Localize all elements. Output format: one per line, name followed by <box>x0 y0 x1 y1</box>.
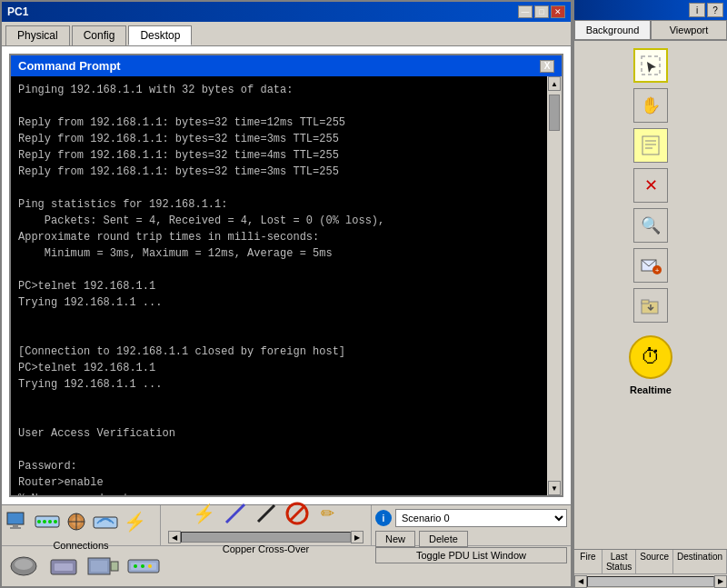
envelope-tool[interactable]: + <box>633 248 668 283</box>
svg-point-7 <box>54 520 57 523</box>
scenario-buttons: New Delete <box>375 531 567 547</box>
pc1-tabs: Physical Config Desktop <box>2 22 571 46</box>
cmd-close-button[interactable]: X <box>540 60 554 73</box>
header-fire: Fire <box>574 550 603 573</box>
cmd-line-10: Approximate round trip times in milli-se… <box>18 229 540 245</box>
right-title-bar: i ? <box>574 0 727 20</box>
svg-point-28 <box>148 564 152 568</box>
toolbar-top: ⚡ Connections ⚡ <box>2 505 571 546</box>
hand-tool[interactable]: ✋ <box>633 88 668 123</box>
cable-icon-lightning[interactable]: ⚡ <box>191 500 218 527</box>
svg-point-6 <box>48 520 52 523</box>
cmd-line-18: PC>telnet 192.168.1.1 <box>18 360 540 376</box>
cable-icon-pencil[interactable]: ✏ <box>314 500 342 527</box>
scroll-down-button[interactable]: ▼ <box>548 481 561 495</box>
note-tool[interactable] <box>633 128 668 163</box>
wireless-icon[interactable] <box>93 509 118 534</box>
tab-desktop[interactable]: Desktop <box>128 25 192 45</box>
select-tool-row <box>633 48 668 83</box>
pc-icon-svg <box>6 512 30 532</box>
new-button[interactable]: New <box>375 531 415 547</box>
cmd-line-14: Trying 192.168.1.1 ... <box>18 294 540 311</box>
right-panel: i ? Background Viewport ✋ <box>573 0 727 588</box>
tab-physical[interactable]: Physical <box>5 25 70 45</box>
folder-tool[interactable] <box>633 288 668 323</box>
pc1-title-bar: PC1 — □ ✕ <box>2 2 571 22</box>
delete-button[interactable]: Delete <box>419 531 468 547</box>
hand-tool-row: ✋ <box>633 88 668 123</box>
help-button[interactable]: ? <box>707 3 723 17</box>
scroll-track-h[interactable] <box>181 532 351 543</box>
command-prompt-window: Command Prompt X Pinging 192.168.1.1 wit… <box>9 54 563 497</box>
router-icon-svg <box>65 512 88 532</box>
svg-line-13 <box>226 504 244 523</box>
lightning-icon[interactable]: ⚡ <box>122 509 147 534</box>
desktop-content: Command Prompt X Pinging 192.168.1.1 wit… <box>2 46 571 504</box>
device-icon-4[interactable] <box>125 551 162 583</box>
device-svg-3 <box>86 553 121 580</box>
cmd-line-13: PC>telnet 192.168.1.1 <box>18 278 540 294</box>
bottom-scroll-left[interactable]: ◀ <box>574 575 587 588</box>
select-tool[interactable] <box>633 48 668 83</box>
device-icon-3[interactable] <box>85 551 122 583</box>
title-bar-buttons: — □ ✕ <box>518 5 565 18</box>
cmd-line-22: User Access Verification <box>18 425 540 442</box>
svg-rect-2 <box>10 527 21 529</box>
cmd-line-23 <box>18 442 540 458</box>
cmd-line-16 <box>18 327 540 344</box>
cmd-line-26: % No password set <box>18 491 540 495</box>
tab-viewport[interactable]: Viewport <box>651 20 727 40</box>
cmd-line-7 <box>18 180 540 196</box>
scroll-right-button[interactable]: ▶ <box>351 531 364 543</box>
cable-straight-icon <box>254 502 278 525</box>
minimize-button[interactable]: — <box>518 5 533 18</box>
router-icon[interactable] <box>64 509 89 534</box>
tab-config[interactable]: Config <box>72 25 127 45</box>
tab-background[interactable]: Background <box>574 20 651 40</box>
cable-icon-diagonal[interactable] <box>222 500 249 527</box>
bottom-scroll-track[interactable] <box>587 576 714 587</box>
envelope-tool-row: + <box>633 248 668 283</box>
info-button[interactable]: i <box>689 3 705 17</box>
cable-icon-straight[interactable] <box>253 500 280 527</box>
folder-icon <box>640 295 662 315</box>
cmd-line-19: Trying 192.168.1.1 ... <box>18 376 540 393</box>
bottom-scroll-right[interactable]: ▶ <box>714 575 727 588</box>
scroll-up-button[interactable]: ▲ <box>548 76 561 91</box>
svg-rect-23 <box>111 562 118 571</box>
pencil-icon: ✏ <box>321 503 334 523</box>
svg-line-16 <box>290 506 304 521</box>
svg-rect-38 <box>642 300 649 304</box>
pc1-title: PC1 <box>7 5 28 18</box>
svg-rect-30 <box>642 136 659 154</box>
cmd-line-12 <box>18 262 540 278</box>
realtime-clock[interactable]: ⏱ <box>629 335 672 379</box>
cmd-line-6: Reply from 192.168.1.1: bytes=32 time=3m… <box>18 164 540 180</box>
cable-icon-no[interactable] <box>284 500 311 527</box>
header-source: Source <box>636 550 673 573</box>
toolbar-icons: ⚡ <box>2 505 161 538</box>
bottom-scrollbar: ◀ ▶ <box>574 573 727 588</box>
pc-icon[interactable] <box>5 509 31 534</box>
info-icon: i <box>375 510 392 526</box>
delete-tool[interactable]: ✕ <box>633 168 668 203</box>
zoom-tool[interactable]: 🔍 <box>633 208 668 243</box>
device-svg-4 <box>126 553 161 580</box>
cmd-line-17: [Connection to 192.168.1.1 closed by for… <box>18 344 540 360</box>
device-icon-2[interactable] <box>45 551 82 583</box>
scroll-left-button[interactable]: ◀ <box>168 531 181 543</box>
switch-icon[interactable] <box>35 509 60 534</box>
switch-icon-svg <box>35 512 60 532</box>
maximize-button[interactable]: □ <box>534 5 549 18</box>
svg-text:+: + <box>655 266 660 274</box>
scroll-thumb[interactable] <box>549 95 560 131</box>
toolbar-bottom <box>2 546 571 586</box>
cmd-line-20 <box>18 393 540 409</box>
right-tools: ✋ ✕ 🔍 <box>574 41 727 549</box>
scenario-select[interactable]: Scenario 0 <box>395 509 567 527</box>
cmd-line-21 <box>18 409 540 425</box>
cmd-output[interactable]: Pinging 192.168.1.1 with 32 bytes of dat… <box>11 76 547 495</box>
close-button[interactable]: ✕ <box>551 5 565 18</box>
scenario-section: i Scenario 0 New Delete Toggle PDU List … <box>371 505 571 545</box>
device-icon-1[interactable] <box>5 551 42 583</box>
